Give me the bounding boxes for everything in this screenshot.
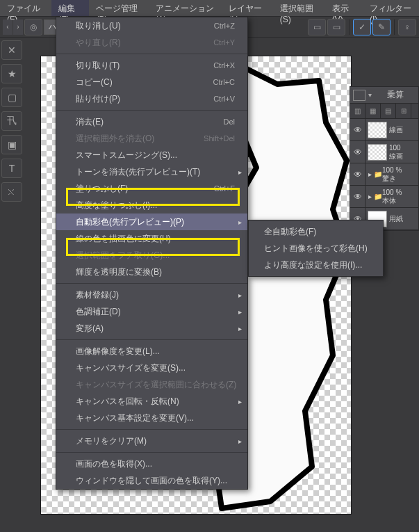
menu-redo: やり直し(R) Ctrl+Y xyxy=(56,34,247,51)
tool-person-icon[interactable]: 卂 xyxy=(1,111,22,131)
visibility-icon[interactable]: 👁 xyxy=(350,141,365,163)
menu-layer[interactable]: レイヤー(L) xyxy=(222,0,273,16)
submenu-arrow-icon: ▸ xyxy=(238,398,242,405)
left-toolbar: ✕ ★ ▢ 卂 ▣ T ⛌ xyxy=(0,38,25,204)
submenu-arrow-icon: ▸ xyxy=(238,437,242,445)
menu-clear-outside: 選択範囲外を消去(O) Shift+Del xyxy=(56,130,247,147)
layer-opacity: 100 xyxy=(389,144,403,152)
toolbar-rect-icon[interactable]: ▭ xyxy=(308,19,326,35)
layer-ctrl-4[interactable]: ⊞ xyxy=(396,104,411,118)
tool-box-icon[interactable]: ▣ xyxy=(1,135,22,154)
tool-square-icon[interactable]: ▢ xyxy=(1,88,22,107)
layer-opacity: 100 % xyxy=(382,188,402,197)
tool-text-icon[interactable]: T xyxy=(1,159,22,178)
folder-icon: 📁 xyxy=(374,193,382,200)
menu-filter[interactable]: フィルター(I) xyxy=(363,0,419,16)
toolbar-person-icon[interactable]: ♀ xyxy=(398,19,416,35)
menu-get-color-hide-window[interactable]: ウィンドウを隠して画面の色を取得(Y)... xyxy=(56,472,247,489)
tool-pose-icon[interactable]: ⛌ xyxy=(1,182,22,202)
edit-dropdown-menu: 取り消し(U) Ctrl+Z やり直し(R) Ctrl+Y 切り取り(T) Ct… xyxy=(56,17,248,490)
submenu-arrow-icon: ▸ xyxy=(238,291,242,299)
toolbar-spiral-icon[interactable]: ◎ xyxy=(24,19,42,35)
menu-change-canvas-size[interactable]: キャンバスサイズを変更(S)... xyxy=(56,360,247,376)
submenu-arrow-icon: ▸ xyxy=(238,168,242,176)
layer-name: 本体 xyxy=(382,197,402,205)
menu-fill[interactable]: 塗りつぶし(F) Ctrl+F xyxy=(56,180,247,197)
menu-undo[interactable]: 取り消し(U) Ctrl+Z xyxy=(56,17,247,34)
menu-get-screen-color[interactable]: 画面の色を取得(X)... xyxy=(56,456,247,472)
submenu-hint-image-color[interactable]: ヒント画像を使って彩色(H) xyxy=(249,240,383,257)
layers-panel: ▾ 乗算 ▥ ▦ ▤ ⊞ 👁 線画 👁 100 線画 👁 ▸📁 100 % 驚き… xyxy=(350,86,419,231)
layer-row[interactable]: 👁 ▸📁 100 % 驚き xyxy=(350,163,418,186)
layer-opacity: 100 % xyxy=(382,166,402,175)
layer-color-swatch[interactable] xyxy=(353,90,365,101)
layer-name: 驚き xyxy=(382,175,402,183)
menu-file[interactable]: ファイル(F) xyxy=(0,0,51,16)
menu-transform[interactable]: 変形(A) ▸ xyxy=(56,320,247,337)
menu-fit-canvas-to-selection: キャンバスサイズを選択範囲に合わせる(Z) xyxy=(56,376,247,393)
menu-view[interactable]: 表示(V) xyxy=(325,0,363,16)
nav-prev-icon[interactable]: ‹ xyxy=(3,19,13,35)
menu-change-resolution[interactable]: 画像解像度を変更(L)... xyxy=(56,343,247,360)
layer-thumbnail xyxy=(368,144,387,161)
menu-register-material[interactable]: 素材登録(J) ▸ xyxy=(56,287,247,303)
menu-rotate-flip-canvas[interactable]: キャンバスを回転・反転(N) ▸ xyxy=(56,393,247,410)
layer-name: 線画 xyxy=(389,126,403,134)
layer-name: 用紙 xyxy=(389,215,403,223)
submenu-full-auto-color[interactable]: 全自動彩色(F) xyxy=(249,223,383,240)
blend-mode-select[interactable]: 乗算 xyxy=(375,89,416,101)
menu-advanced-fill[interactable]: 高度な塗りつぶし(I)... xyxy=(56,197,247,213)
menu-copy[interactable]: コピー(C) Ctrl+C xyxy=(56,74,247,90)
visibility-icon[interactable]: 👁 xyxy=(350,163,365,185)
submenu-arrow-icon: ▸ xyxy=(238,325,242,332)
menu-cut[interactable]: 切り取り(T) Ctrl+X xyxy=(56,57,247,74)
menu-change-line-color[interactable]: 線の色を描画色に変更(H) xyxy=(56,230,247,247)
menu-smart-smoothing[interactable]: スマートスムージング(S)... xyxy=(56,147,247,163)
menu-clear[interactable]: 消去(E) Del xyxy=(56,113,247,130)
toolbar-pen-icon[interactable]: ✎ xyxy=(372,19,391,35)
menu-tonal-correction[interactable]: 色調補正(D) ▸ xyxy=(56,303,247,320)
menu-selection[interactable]: 選択範囲(S) xyxy=(273,0,325,16)
menu-bar: ファイル(F) 編集(E) ページ管理(P) アニメーション(A) レイヤー(L… xyxy=(0,0,419,17)
submenu-advanced-settings[interactable]: より高度な設定を使用(I)... xyxy=(249,257,383,273)
layer-name: 線画 xyxy=(389,152,403,161)
layer-row[interactable]: 👁 100 線画 xyxy=(350,141,418,163)
menu-page[interactable]: ページ管理(P) xyxy=(89,0,148,16)
submenu-arrow-icon: ▸ xyxy=(238,308,242,316)
menu-canvas-settings[interactable]: キャンバス基本設定を変更(V)... xyxy=(56,410,247,426)
menu-clear-memory[interactable]: メモリをクリア(M) ▸ xyxy=(56,433,247,449)
chevron-right-icon[interactable]: ▸ xyxy=(368,170,372,178)
menu-outline-selection: 選択範囲をフチ取り(G)... xyxy=(56,247,247,264)
menu-edit[interactable]: 編集(E) xyxy=(51,0,89,16)
layer-row[interactable]: 👁 線画 xyxy=(350,119,418,141)
chevron-right-icon[interactable]: ▸ xyxy=(368,193,372,200)
menu-paste[interactable]: 貼り付け(P) Ctrl+V xyxy=(56,90,247,107)
layer-ctrl-2[interactable]: ▦ xyxy=(365,104,381,118)
tool-close-icon[interactable]: ✕ xyxy=(1,40,22,60)
visibility-icon[interactable]: 👁 xyxy=(350,186,365,207)
menu-auto-color[interactable]: 自動彩色(先行プレビュー)(P) ▸ xyxy=(56,213,247,230)
folder-icon: 📁 xyxy=(374,170,382,178)
layer-ctrl-1[interactable]: ▥ xyxy=(350,104,365,118)
tool-star-icon[interactable]: ★ xyxy=(1,64,22,83)
visibility-icon[interactable]: 👁 xyxy=(350,119,365,140)
menu-animation[interactable]: アニメーション(A) xyxy=(149,0,222,16)
layer-thumbnail xyxy=(368,122,387,138)
layer-row[interactable]: 👁 ▸📁 100 % 本体 xyxy=(350,186,418,208)
dropdown-icon[interactable]: ▾ xyxy=(368,91,372,99)
layer-ctrl-3[interactable]: ▤ xyxy=(381,104,396,118)
menu-remove-tones[interactable]: トーンを消去(先行プレビュー)(T) ▸ xyxy=(56,163,247,180)
submenu-arrow-icon: ▸ xyxy=(238,218,242,226)
menu-brightness-to-opacity[interactable]: 輝度を透明度に変換(B) xyxy=(56,264,247,280)
toolbar-check-icon[interactable]: ✓ xyxy=(353,19,371,35)
auto-color-submenu: 全自動彩色(F) ヒント画像を使って彩色(H) より高度な設定を使用(I)... xyxy=(248,220,384,277)
toolbar-rect2-icon[interactable]: ▭ xyxy=(327,19,345,35)
nav-next-icon[interactable]: › xyxy=(13,19,23,35)
